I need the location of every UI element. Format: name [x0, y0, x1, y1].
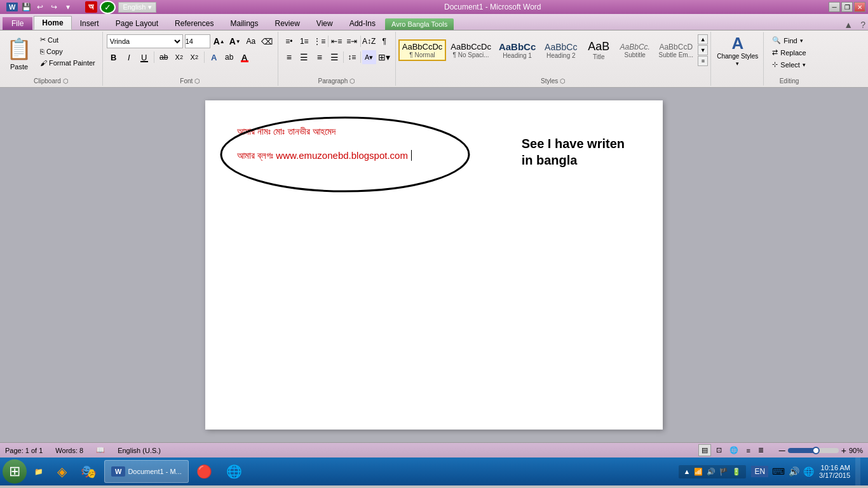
sort-btn[interactable]: A↕Z	[362, 34, 376, 48]
taskbar-btn-word[interactable]: W Document1 - M...	[104, 460, 189, 483]
find-button[interactable]: 🔍 Find ▾	[768, 34, 810, 46]
taskbar-btn-firefox[interactable]: 🌐	[220, 460, 248, 483]
taskbar-btn-app5[interactable]: 🔴	[190, 460, 219, 483]
format-painter-button[interactable]: 🖌 Format Painter	[37, 58, 98, 68]
show-desktop-btn[interactable]	[855, 458, 860, 485]
tab-home[interactable]: Home	[34, 16, 71, 30]
multilevel-btn[interactable]: ⋮≡	[313, 34, 327, 48]
styles-scroll-up[interactable]: ▲	[698, 34, 708, 44]
full-screen-btn[interactable]: ⊡	[714, 445, 724, 456]
title-bar: W 💾 ↩ ↪ ▾ অ ✓ English ▾ Document1 - Micr…	[0, 0, 868, 14]
status-bar: Page: 1 of 1 Words: 8 📖 English (U.S.) ▤…	[0, 442, 868, 458]
replace-button[interactable]: ⇄ Replace	[768, 46, 810, 58]
language-selector[interactable]: English ▾	[118, 2, 156, 13]
line-spacing-btn[interactable]: ↕≡	[345, 50, 359, 64]
select-button[interactable]: ⊹ Select ▾	[768, 58, 810, 71]
italic-button[interactable]: I	[122, 50, 136, 64]
decrease-font-btn[interactable]: A▼	[228, 34, 242, 48]
taskbar-btn-app3[interactable]: 🎭	[74, 460, 103, 483]
redo-quick-btn[interactable]: ↪	[48, 1, 60, 13]
close-button[interactable]: ✕	[854, 2, 865, 12]
styles-more-btn[interactable]: ≡	[698, 56, 708, 66]
superscript-btn[interactable]: X2	[187, 50, 201, 64]
style-no-spacing[interactable]: AaBbCcDc ¶ No Spaci...	[447, 40, 494, 60]
save-quick-btn[interactable]: 💾	[20, 1, 32, 13]
tab-review[interactable]: Review	[266, 17, 308, 30]
cursor-caret	[409, 150, 412, 161]
word-logo-icon: W	[6, 3, 18, 11]
tab-page-layout[interactable]: Page Layout	[107, 17, 166, 30]
ribbon-collapse-btn[interactable]: ▲	[839, 20, 858, 30]
decrease-indent-btn[interactable]: ⇤≡	[330, 34, 344, 48]
style-normal[interactable]: AaBbCcDc ¶ Normal	[398, 39, 447, 61]
print-layout-btn[interactable]: ▤	[698, 444, 711, 456]
tab-addins[interactable]: Add-Ins	[341, 17, 384, 30]
zoom-out-btn[interactable]: ─	[779, 445, 785, 456]
clipboard-expand-icon[interactable]: ⬡	[63, 78, 69, 85]
change-case-btn[interactable]: Aa	[244, 34, 258, 48]
tab-file[interactable]: File	[3, 17, 32, 30]
style-title[interactable]: AaB Title	[583, 38, 614, 62]
show-para-btn[interactable]: ¶	[377, 34, 391, 48]
para-expand-icon[interactable]: ⬡	[349, 78, 355, 85]
system-tray: ▲ 📶 🔊 🏴 🔋	[679, 465, 747, 478]
style-heading1[interactable]: AaBbCc Heading 1	[496, 39, 539, 61]
strikethrough-btn[interactable]: ab	[157, 50, 171, 64]
style-subtle-em[interactable]: AaBbCcD Subtle Em...	[655, 41, 696, 60]
styles-scroll-down[interactable]: ▼	[698, 45, 708, 55]
cut-button[interactable]: ✂ Cut	[37, 34, 98, 45]
increase-indent-btn[interactable]: ≡⇥	[345, 34, 359, 48]
tab-insert[interactable]: Insert	[72, 17, 107, 30]
undo-quick-btn[interactable]: ↩	[34, 1, 46, 13]
select-icon: ⊹	[772, 60, 778, 69]
border-btn[interactable]: ⊞▾	[377, 50, 391, 64]
para-row2: ≡ ☰ ≡ ☰ ↕≡ A▾ ⊞▾	[282, 50, 391, 64]
zoom-slider[interactable]	[788, 448, 839, 453]
zoom-in-btn[interactable]: +	[841, 445, 846, 456]
align-left-btn[interactable]: ≡	[282, 50, 296, 64]
taskbar-btn-app2[interactable]: ◈	[51, 460, 73, 483]
clipboard-group-label: Clipboard ⬡	[34, 78, 69, 85]
start-button[interactable]: ⊞	[3, 459, 27, 484]
web-layout-btn[interactable]: 🌐	[727, 445, 741, 456]
document-area[interactable]: আমার নামঃ মোঃ তানভীর আহমেদ আমার ব্লগঃ ww…	[0, 88, 868, 442]
bullets-btn[interactable]: ≡•	[282, 34, 296, 48]
increase-font-btn[interactable]: A▲	[212, 34, 226, 48]
minimize-button[interactable]: ─	[829, 2, 840, 12]
subscript-btn[interactable]: X2	[172, 50, 186, 64]
bold-button[interactable]: B	[107, 50, 121, 64]
align-right-btn[interactable]: ≡	[313, 50, 327, 64]
style-subtitle[interactable]: AaBbCc. Subtitle	[616, 41, 654, 60]
underline-button[interactable]: U	[137, 50, 151, 64]
lang-tray: EN ⌨ 🔊 🌐	[751, 466, 814, 477]
clear-format-btn[interactable]: ⌫	[260, 34, 274, 48]
font-size-input[interactable]	[185, 34, 210, 48]
font-family-select[interactable]: Vrinda	[107, 34, 183, 48]
restore-button[interactable]: ❐	[841, 2, 853, 12]
font-color-btn[interactable]: A	[238, 50, 252, 64]
align-center-btn[interactable]: ☰	[297, 50, 311, 64]
tab-avro[interactable]: Avro Bangla Tools	[385, 18, 454, 30]
taskbar-btn-explorer[interactable]: 📁	[28, 460, 50, 483]
customize-quick-btn[interactable]: ▾	[62, 1, 74, 13]
copy-button[interactable]: ⎘ Copy	[37, 46, 98, 57]
help-btn[interactable]: ?	[858, 20, 868, 30]
change-styles-button[interactable]: A Change Styles ▾	[711, 32, 764, 86]
font-expand-icon[interactable]: ⬡	[194, 78, 200, 85]
tab-mailings[interactable]: Mailings	[222, 17, 266, 30]
draft-btn[interactable]: ≣	[756, 445, 766, 456]
numbering-btn[interactable]: 1≡	[297, 34, 311, 48]
tab-references[interactable]: References	[166, 17, 222, 30]
language-dropdown-icon[interactable]: ▾	[148, 3, 152, 11]
shading-btn[interactable]: A▾	[362, 50, 376, 64]
text-effects-btn[interactable]: A	[207, 50, 221, 64]
styles-expand-icon[interactable]: ⬡	[560, 78, 566, 85]
justify-btn[interactable]: ☰	[328, 50, 342, 64]
paste-button[interactable]: 📋 Paste	[3, 33, 36, 85]
style-heading2[interactable]: AaBbCc Heading 2	[540, 40, 581, 61]
up-arrow-icon[interactable]: ▲	[684, 468, 691, 475]
document-page[interactable]: আমার নামঃ মোঃ তানভীর আহমেদ আমার ব্লগঃ ww…	[205, 100, 663, 430]
tab-view[interactable]: View	[308, 17, 341, 30]
outline-btn[interactable]: ≡	[743, 445, 752, 456]
text-highlight-btn[interactable]: ab	[222, 50, 236, 64]
